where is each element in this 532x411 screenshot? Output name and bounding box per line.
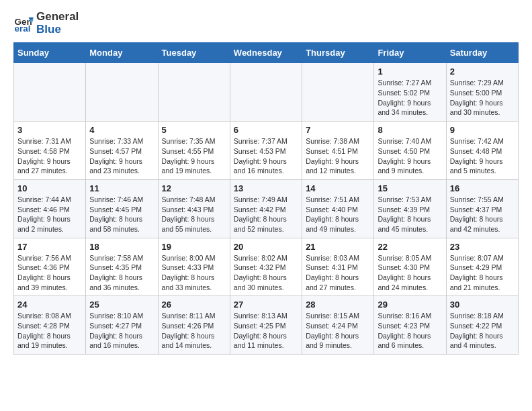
day-info: Sunrise: 8:05 AM Sunset: 4:30 PM Dayligh… — [378, 253, 442, 293]
day-number: 1 — [378, 66, 442, 77]
day-cell: 22Sunrise: 8:05 AM Sunset: 4:30 PM Dayli… — [374, 238, 446, 296]
day-cell: 7Sunrise: 7:38 AM Sunset: 4:51 PM Daylig… — [302, 122, 374, 180]
calendar-header-row: SundayMondayTuesdayWednesdayThursdayFrid… — [14, 43, 519, 63]
week-row-3: 17Sunrise: 7:56 AM Sunset: 4:36 PM Dayli… — [14, 238, 519, 296]
day-number: 19 — [162, 242, 226, 252]
col-friday: Friday — [374, 43, 446, 63]
day-cell: 2Sunrise: 7:29 AM Sunset: 5:00 PM Daylig… — [446, 63, 518, 122]
day-number: 25 — [89, 300, 154, 310]
day-info: Sunrise: 7:53 AM Sunset: 4:39 PM Dayligh… — [378, 195, 442, 234]
day-number: 12 — [162, 183, 226, 193]
day-cell: 17Sunrise: 7:56 AM Sunset: 4:36 PM Dayli… — [14, 238, 86, 296]
day-number: 11 — [89, 183, 154, 193]
day-number: 6 — [234, 125, 298, 135]
day-cell — [302, 63, 374, 122]
day-info: Sunrise: 8:03 AM Sunset: 4:31 PM Dayligh… — [306, 253, 370, 293]
logo-blue: Blue — [36, 24, 79, 36]
day-cell: 25Sunrise: 8:10 AM Sunset: 4:27 PM Dayli… — [86, 296, 158, 355]
day-info: Sunrise: 8:15 AM Sunset: 4:24 PM Dayligh… — [306, 311, 370, 351]
day-info: Sunrise: 7:29 AM Sunset: 5:00 PM Dayligh… — [450, 78, 515, 118]
day-cell — [14, 63, 86, 122]
day-cell: 15Sunrise: 7:53 AM Sunset: 4:39 PM Dayli… — [374, 179, 446, 238]
day-cell: 23Sunrise: 8:07 AM Sunset: 4:29 PM Dayli… — [446, 238, 518, 296]
day-info: Sunrise: 8:18 AM Sunset: 4:22 PM Dayligh… — [450, 311, 515, 351]
day-number: 15 — [378, 183, 442, 193]
day-number: 30 — [450, 300, 515, 310]
day-cell: 9Sunrise: 7:42 AM Sunset: 4:48 PM Daylig… — [446, 122, 518, 180]
day-cell: 13Sunrise: 7:49 AM Sunset: 4:42 PM Dayli… — [230, 179, 302, 238]
day-cell: 30Sunrise: 8:18 AM Sunset: 4:22 PM Dayli… — [446, 296, 518, 355]
day-info: Sunrise: 8:10 AM Sunset: 4:27 PM Dayligh… — [89, 311, 154, 351]
calendar-body: 1Sunrise: 7:27 AM Sunset: 5:02 PM Daylig… — [14, 63, 519, 355]
col-tuesday: Tuesday — [158, 43, 230, 63]
day-info: Sunrise: 8:13 AM Sunset: 4:25 PM Dayligh… — [234, 311, 298, 351]
col-wednesday: Wednesday — [230, 43, 302, 63]
day-number: 22 — [378, 242, 442, 252]
day-cell — [158, 63, 230, 122]
day-cell: 11Sunrise: 7:46 AM Sunset: 4:45 PM Dayli… — [86, 179, 158, 238]
week-row-0: 1Sunrise: 7:27 AM Sunset: 5:02 PM Daylig… — [14, 63, 519, 122]
day-number: 10 — [17, 183, 82, 193]
day-number: 7 — [306, 125, 370, 135]
day-info: Sunrise: 7:55 AM Sunset: 4:37 PM Dayligh… — [450, 195, 515, 234]
page: Gen eral General Blue SundayMondayTuesda… — [0, 0, 532, 368]
day-cell: 3Sunrise: 7:31 AM Sunset: 4:58 PM Daylig… — [14, 122, 86, 180]
day-number: 5 — [162, 125, 226, 135]
day-cell: 4Sunrise: 7:33 AM Sunset: 4:57 PM Daylig… — [86, 122, 158, 180]
logo: Gen eral General Blue — [13, 11, 79, 36]
day-info: Sunrise: 7:49 AM Sunset: 4:42 PM Dayligh… — [234, 195, 298, 234]
day-cell: 26Sunrise: 8:11 AM Sunset: 4:26 PM Dayli… — [158, 296, 230, 355]
day-cell: 8Sunrise: 7:40 AM Sunset: 4:50 PM Daylig… — [374, 122, 446, 180]
day-number: 16 — [450, 183, 515, 193]
day-cell: 21Sunrise: 8:03 AM Sunset: 4:31 PM Dayli… — [302, 238, 374, 296]
day-cell: 24Sunrise: 8:08 AM Sunset: 4:28 PM Dayli… — [14, 296, 86, 355]
day-number: 27 — [234, 300, 298, 310]
col-monday: Monday — [86, 43, 158, 63]
day-info: Sunrise: 7:56 AM Sunset: 4:36 PM Dayligh… — [17, 253, 82, 293]
day-number: 28 — [306, 300, 370, 310]
day-number: 8 — [378, 125, 442, 135]
day-cell: 27Sunrise: 8:13 AM Sunset: 4:25 PM Dayli… — [230, 296, 302, 355]
logo-general: General — [36, 10, 79, 23]
day-info: Sunrise: 7:33 AM Sunset: 4:57 PM Dayligh… — [89, 136, 154, 176]
day-cell — [86, 63, 158, 122]
day-info: Sunrise: 8:00 AM Sunset: 4:33 PM Dayligh… — [162, 253, 226, 293]
day-cell: 18Sunrise: 7:58 AM Sunset: 4:35 PM Dayli… — [86, 238, 158, 296]
header: Gen eral General Blue — [13, 11, 519, 36]
day-number: 4 — [89, 125, 154, 135]
day-info: Sunrise: 7:48 AM Sunset: 4:43 PM Dayligh… — [162, 195, 226, 234]
logo-icon: Gen eral — [13, 13, 34, 34]
day-number: 9 — [450, 125, 515, 135]
day-info: Sunrise: 8:08 AM Sunset: 4:28 PM Dayligh… — [17, 311, 82, 351]
week-row-4: 24Sunrise: 8:08 AM Sunset: 4:28 PM Dayli… — [14, 296, 519, 355]
day-cell: 28Sunrise: 8:15 AM Sunset: 4:24 PM Dayli… — [302, 296, 374, 355]
day-cell: 10Sunrise: 7:44 AM Sunset: 4:46 PM Dayli… — [14, 179, 86, 238]
day-number: 21 — [306, 242, 370, 252]
week-row-1: 3Sunrise: 7:31 AM Sunset: 4:58 PM Daylig… — [14, 122, 519, 180]
day-info: Sunrise: 8:11 AM Sunset: 4:26 PM Dayligh… — [162, 311, 226, 351]
day-cell: 5Sunrise: 7:35 AM Sunset: 4:55 PM Daylig… — [158, 122, 230, 180]
day-info: Sunrise: 7:46 AM Sunset: 4:45 PM Dayligh… — [89, 195, 154, 234]
day-info: Sunrise: 7:37 AM Sunset: 4:53 PM Dayligh… — [234, 136, 298, 176]
col-saturday: Saturday — [446, 43, 518, 63]
day-cell: 20Sunrise: 8:02 AM Sunset: 4:32 PM Dayli… — [230, 238, 302, 296]
day-cell: 14Sunrise: 7:51 AM Sunset: 4:40 PM Dayli… — [302, 179, 374, 238]
col-sunday: Sunday — [14, 43, 86, 63]
day-number: 3 — [17, 125, 82, 135]
day-number: 26 — [162, 300, 226, 310]
day-info: Sunrise: 7:38 AM Sunset: 4:51 PM Dayligh… — [306, 136, 370, 176]
day-info: Sunrise: 8:07 AM Sunset: 4:29 PM Dayligh… — [450, 253, 515, 293]
col-thursday: Thursday — [302, 43, 374, 63]
day-number: 17 — [17, 242, 82, 252]
day-cell: 29Sunrise: 8:16 AM Sunset: 4:23 PM Dayli… — [374, 296, 446, 355]
day-cell: 1Sunrise: 7:27 AM Sunset: 5:02 PM Daylig… — [374, 63, 446, 122]
day-cell: 19Sunrise: 8:00 AM Sunset: 4:33 PM Dayli… — [158, 238, 230, 296]
day-number: 20 — [234, 242, 298, 252]
day-number: 23 — [450, 242, 515, 252]
day-number: 24 — [17, 300, 82, 310]
day-info: Sunrise: 8:16 AM Sunset: 4:23 PM Dayligh… — [378, 311, 442, 351]
day-cell: 16Sunrise: 7:55 AM Sunset: 4:37 PM Dayli… — [446, 179, 518, 238]
day-info: Sunrise: 7:31 AM Sunset: 4:58 PM Dayligh… — [17, 136, 82, 176]
day-cell — [230, 63, 302, 122]
day-info: Sunrise: 7:44 AM Sunset: 4:46 PM Dayligh… — [17, 195, 82, 234]
